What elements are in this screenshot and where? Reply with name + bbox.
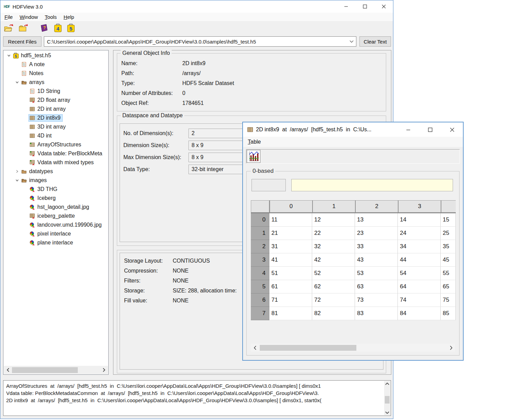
tree-item-4d-int[interactable]: 4D int bbox=[3, 131, 108, 140]
minimize-button[interactable] bbox=[397, 122, 419, 137]
cell-r2c0[interactable]: 31 bbox=[269, 240, 312, 253]
cell-r4c0[interactable]: 51 bbox=[269, 267, 312, 280]
cell-r7c0[interactable]: 81 bbox=[269, 307, 312, 320]
cell-r3c4[interactable]: 45 bbox=[441, 253, 456, 267]
column-header-0[interactable]: 0 bbox=[269, 200, 312, 213]
log-vertical-scrollbar[interactable] bbox=[384, 381, 390, 415]
menu-window[interactable]: Window bbox=[16, 14, 41, 20]
cell-r2c2[interactable]: 33 bbox=[355, 240, 398, 253]
cell-r3c1[interactable]: 42 bbox=[312, 253, 355, 267]
expander-open-icon[interactable] bbox=[14, 178, 21, 182]
cell-r5c2[interactable]: 63 bbox=[355, 280, 398, 293]
open-file-icon[interactable] bbox=[4, 24, 13, 33]
tree-item-vdata-with-mixed-types[interactable]: AVdata with mixed types bbox=[3, 158, 108, 167]
scrollbar-thumb[interactable] bbox=[260, 345, 356, 351]
cell-r2c1[interactable]: 32 bbox=[312, 240, 355, 253]
maximize-button[interactable] bbox=[419, 122, 441, 137]
cell-r5c4[interactable]: 65 bbox=[441, 280, 456, 293]
file-path-combobox[interactable]: C:\Users\lori.cooper\AppData\Local\Apps\… bbox=[44, 36, 356, 47]
menu-table[interactable]: Table bbox=[244, 139, 265, 145]
close-file-icon[interactable] bbox=[18, 24, 28, 33]
tree-item-3d-thg[interactable]: A3D THG bbox=[3, 185, 108, 194]
cell-r6c3[interactable]: 74 bbox=[398, 293, 441, 307]
tree-item-plane-interlace[interactable]: Aplane interlace bbox=[3, 238, 108, 247]
menu-tools[interactable]: Tools bbox=[41, 14, 60, 20]
cell-r0c3[interactable]: 14 bbox=[398, 213, 441, 227]
cell-r4c4[interactable]: 55 bbox=[441, 267, 456, 280]
tree-item-landcover-umd-199906-jpg[interactable]: Alandcover.umd.199906.jpg bbox=[3, 220, 108, 229]
tree-item-arrays[interactable]: arrays bbox=[3, 78, 108, 87]
scroll-left-icon[interactable] bbox=[4, 368, 12, 372]
tree-item-2d-int8x9[interactable]: 2D int8x9 bbox=[3, 113, 108, 122]
expander-closed-icon[interactable] bbox=[14, 169, 21, 173]
cell-r4c2[interactable]: 53 bbox=[355, 267, 398, 280]
cell-r0c1[interactable]: 12 bbox=[312, 213, 355, 227]
column-header-partial[interactable] bbox=[441, 200, 456, 213]
menu-file[interactable]: File bbox=[1, 14, 16, 20]
table-horizontal-scrollbar[interactable] bbox=[251, 344, 455, 352]
tree-item-1d-string[interactable]: 1D String bbox=[3, 87, 108, 96]
tree-item-hdf5-test-h5[interactable]: 5hdf5_test.h5 bbox=[3, 51, 108, 60]
cell-r3c3[interactable]: 44 bbox=[398, 253, 441, 267]
row-header-6[interactable]: 6 bbox=[251, 293, 269, 307]
maximize-button[interactable] bbox=[355, 0, 374, 13]
row-header-7[interactable]: 7 bbox=[251, 307, 269, 320]
scrollbar-thumb[interactable] bbox=[385, 396, 390, 404]
expander-open-icon[interactable] bbox=[14, 80, 21, 84]
row-header-5[interactable]: 5 bbox=[251, 280, 269, 293]
cell-r3c0[interactable]: 41 bbox=[269, 253, 312, 267]
cell-r5c3[interactable]: 64 bbox=[398, 280, 441, 293]
tree-item-datatypes[interactable]: datatypes bbox=[3, 167, 108, 176]
cell-r7c4[interactable]: 85 bbox=[441, 307, 456, 320]
cell-r1c0[interactable]: 21 bbox=[269, 227, 312, 240]
cell-r2c3[interactable]: 34 bbox=[398, 240, 441, 253]
cell-r3c2[interactable]: 43 bbox=[355, 253, 398, 267]
scroll-up-icon[interactable] bbox=[384, 381, 390, 386]
scroll-down-icon[interactable] bbox=[384, 410, 390, 415]
cell-r6c2[interactable]: 73 bbox=[355, 293, 398, 307]
minimize-button[interactable] bbox=[336, 0, 355, 13]
column-header-1[interactable]: 1 bbox=[312, 200, 355, 213]
cell-r5c0[interactable]: 61 bbox=[269, 280, 312, 293]
tree-item-a-note[interactable]: A note bbox=[3, 60, 108, 69]
chevron-down-icon[interactable] bbox=[347, 40, 356, 43]
help-book-icon[interactable]: ? bbox=[39, 24, 49, 33]
cell-r1c3[interactable]: 24 bbox=[398, 227, 441, 240]
cell-r6c1[interactable]: 72 bbox=[312, 293, 355, 307]
cell-r5c1[interactable]: 62 bbox=[312, 280, 355, 293]
tree-item-2d-int-array[interactable]: 2D int array bbox=[3, 105, 108, 113]
tree-item-3d-int-array[interactable]: 3D int array bbox=[3, 122, 108, 131]
cell-r7c1[interactable]: 82 bbox=[312, 307, 355, 320]
cell-r6c4[interactable]: 75 bbox=[441, 293, 456, 307]
clear-text-button[interactable]: Clear Text bbox=[359, 36, 391, 47]
cell-r4c3[interactable]: 54 bbox=[398, 267, 441, 280]
cell-r7c2[interactable]: 83 bbox=[355, 307, 398, 320]
tree-horizontal-scrollbar[interactable] bbox=[4, 366, 108, 374]
tree-item-hst-lagoon-detail-jpg[interactable]: Ahst_lagoon_detail.jpg bbox=[3, 203, 108, 212]
cell-r0c4[interactable]: 15 bbox=[441, 213, 456, 227]
column-header-2[interactable]: 2 bbox=[355, 200, 398, 213]
tree-item-vdata-table-perblockmeta[interactable]: AVdata table: PerBlockMeta bbox=[3, 149, 108, 158]
tree-item-arrayofstructures[interactable]: ArrayOfStructures bbox=[3, 140, 108, 149]
cell-r1c1[interactable]: 22 bbox=[312, 227, 355, 240]
row-header-4[interactable]: 4 bbox=[251, 267, 269, 280]
scrollbar-thumb[interactable] bbox=[12, 367, 78, 373]
cell-r1c4[interactable]: 25 bbox=[441, 227, 456, 240]
tree-item-iceberg[interactable]: AIceberg bbox=[3, 194, 108, 203]
tree-item-pixel-interlace[interactable]: Apixel interlace bbox=[3, 229, 108, 238]
scroll-left-icon[interactable] bbox=[251, 346, 259, 350]
row-header-0[interactable]: 0 bbox=[251, 213, 269, 227]
close-button[interactable] bbox=[441, 122, 463, 137]
tree-item-images[interactable]: images bbox=[3, 176, 108, 185]
row-header-1[interactable]: 1 bbox=[251, 227, 269, 240]
cell-r0c0[interactable]: 11 bbox=[269, 213, 312, 227]
row-header-3[interactable]: 3 bbox=[251, 253, 269, 267]
scroll-right-icon[interactable] bbox=[100, 368, 108, 372]
cell-r6c0[interactable]: 71 bbox=[269, 293, 312, 307]
tree-item-2d-float-array[interactable]: A2D float array bbox=[3, 96, 108, 105]
tree-item-iceberg-palette[interactable]: Aiceberg_palette bbox=[3, 212, 108, 220]
cell-value-field[interactable] bbox=[291, 179, 453, 191]
recent-files-button[interactable]: Recent Files bbox=[3, 36, 41, 47]
cell-r4c1[interactable]: 52 bbox=[312, 267, 355, 280]
chart-icon[interactable] bbox=[247, 150, 260, 163]
